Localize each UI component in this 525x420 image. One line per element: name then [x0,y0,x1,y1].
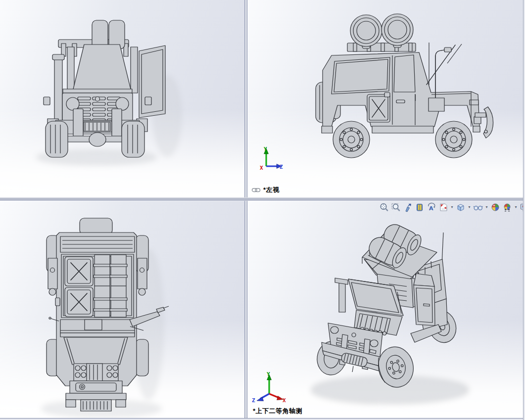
display-style-dropdown[interactable]: ▾ [467,202,472,213]
zoom-to-fit-icon [379,202,389,212]
display-style-button[interactable] [455,202,466,213]
edit-appearance-icon [490,202,500,212]
isometric-view-drawing [247,201,525,418]
side-view-pane[interactable]: Y Z X *左视 [247,0,525,197]
horizontal-splitter[interactable] [0,197,525,201]
front-view-drawing [0,0,244,197]
hide-show-items-icon [473,202,483,212]
3d-drawing-view-icon: A [427,202,436,212]
front-view-pane[interactable] [0,0,244,197]
isometric-view-axis-triad: Y X Z [251,371,287,403]
axis-y-label: Y [267,371,270,377]
zoom-to-fit-button[interactable] [379,202,389,213]
view-label-text: *上下二等角轴测 [253,407,302,416]
cad-graphics-area: { "panes": { "top_right": { "view_label"… [0,0,525,420]
hide-show-items-dropdown[interactable]: ▾ [484,202,489,213]
axis-x-label: X [283,397,286,403]
apply-scene-icon [502,202,512,212]
view-label-text: *左视 [263,186,280,194]
top-view-pane[interactable] [0,201,244,418]
view-orientation-button[interactable] [438,202,449,213]
edit-appearance-button[interactable] [490,202,501,213]
vertical-splitter[interactable] [244,0,247,420]
axis-z-label: Z [280,164,283,170]
linked-views-icon [251,187,261,193]
isometric-view-pane[interactable]: A ▾ ▾ ▾ [247,201,525,418]
svg-text:A: A [429,205,433,212]
zoom-to-area-icon [391,202,401,212]
axis-z-label: Z [252,397,255,403]
section-view-icon [415,202,425,212]
view-label: *上下二等角轴测 [253,407,302,416]
zoom-to-area-button[interactable] [390,202,401,213]
axis-y-label: Y [264,146,267,152]
hide-show-items-button[interactable] [473,202,483,213]
top-view-drawing [0,201,244,418]
apply-scene-dropdown[interactable]: ▾ [514,202,518,213]
heads-up-toolbar: A ▾ ▾ ▾ [379,202,525,213]
side-view-drawing [247,0,525,197]
bottom-border [0,418,525,420]
previous-view-button[interactable] [402,202,413,213]
view-orientation-icon [438,202,448,212]
view-label: *左视 [251,186,280,194]
axis-x-label: X [260,165,263,171]
right-border [523,0,525,420]
apply-scene-button[interactable] [502,202,513,213]
display-style-icon [456,202,466,212]
side-view-axis-triad: Y Z X [253,146,283,172]
section-view-button[interactable] [414,202,425,213]
3d-drawing-view-button[interactable]: A [426,202,437,213]
previous-view-icon [403,202,413,212]
view-orientation-dropdown[interactable]: ▾ [450,202,454,213]
